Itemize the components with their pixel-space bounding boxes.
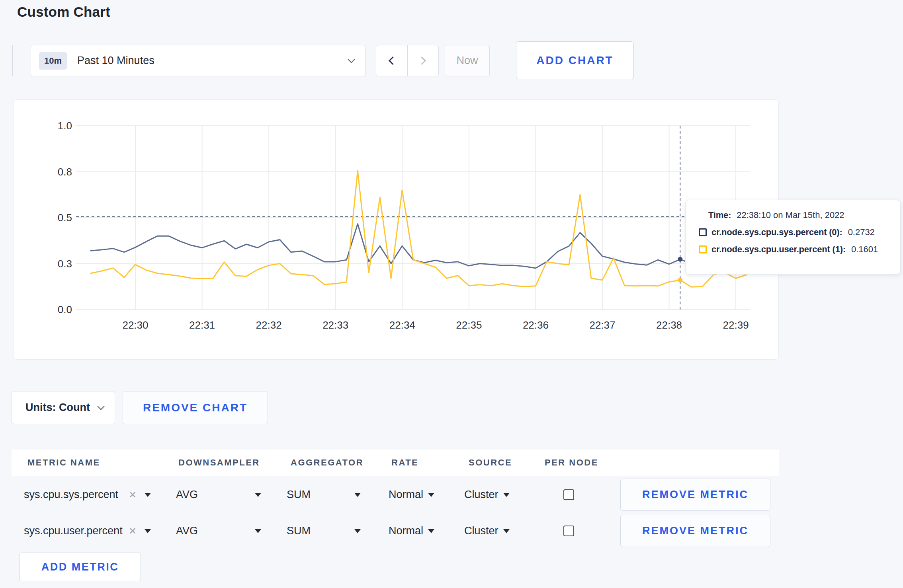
aggregator-value[interactable]: SUM bbox=[287, 479, 311, 511]
time-range-dropdown[interactable]: 10m Past 10 Minutes bbox=[31, 45, 366, 76]
col-header-downsampler: DOWNSAMPLER bbox=[178, 450, 260, 476]
chevron-down-icon bbox=[97, 403, 104, 410]
tooltip-time-value: 22:38:10 on Mar 15th, 2022 bbox=[737, 210, 844, 220]
aggregator-caret-icon[interactable] bbox=[354, 479, 361, 511]
time-range-badge: 10m bbox=[39, 52, 67, 70]
col-header-aggregator: AGGREGATOR bbox=[291, 450, 364, 476]
y-axis-tick-label: 0.8 bbox=[58, 166, 72, 178]
custom-chart-page: Custom Chart 10m Past 10 Minutes Now ADD… bbox=[0, 0, 903, 588]
downsampler-value[interactable]: AVG bbox=[176, 479, 198, 511]
aggregator-caret-icon[interactable] bbox=[354, 515, 361, 547]
metric-name-value[interactable]: sys.cpu.sys.percent bbox=[24, 479, 118, 511]
x-axis-tick-label: 22:39 bbox=[723, 319, 749, 331]
series-line-user-percent bbox=[91, 171, 747, 287]
tooltip-series-label: cr.node.sys.cpu.sys.percent (0): bbox=[711, 227, 842, 238]
downsampler-caret-icon[interactable] bbox=[255, 479, 261, 511]
metric-name-caret-icon[interactable] bbox=[145, 479, 151, 511]
tooltip-series-swatch bbox=[699, 228, 707, 236]
remove-metric-x-icon[interactable]: ✕ bbox=[129, 479, 137, 511]
tooltip-series-value: 0.2732 bbox=[848, 227, 875, 238]
aggregator-value[interactable]: SUM bbox=[287, 515, 311, 547]
x-axis-tick-label: 22:32 bbox=[256, 319, 282, 331]
remove-metric-button[interactable]: REMOVE METRIC bbox=[620, 515, 770, 547]
chart-card: 0.00.30.50.81.022:3022:3122:3222:3322:34… bbox=[13, 99, 779, 360]
remove-chart-button[interactable]: REMOVE CHART bbox=[123, 391, 268, 424]
metrics-table-header: METRIC NAME DOWNSAMPLER AGGREGATOR RATE … bbox=[12, 450, 779, 476]
source-select[interactable]: Cluster bbox=[464, 515, 510, 547]
per-node-checkbox[interactable] bbox=[563, 526, 574, 536]
units-dropdown[interactable]: Units: Count bbox=[12, 391, 115, 424]
tooltip-series-row: cr.node.sys.cpu.user.percent (1): 0.1601 bbox=[699, 244, 893, 255]
rate-value: Normal bbox=[389, 489, 423, 501]
tooltip-series-swatch bbox=[699, 245, 707, 253]
remove-metric-button[interactable]: REMOVE METRIC bbox=[620, 479, 770, 511]
col-header-per-node: PER NODE bbox=[545, 450, 598, 476]
metric-row: sys.cpu.user.percent ✕ AVG SUM Normal Cl… bbox=[12, 515, 779, 547]
page-title: Custom Chart bbox=[17, 4, 110, 20]
chart-tooltip: Time: 22:38:10 on Mar 15th, 2022 cr.node… bbox=[685, 200, 901, 275]
x-axis-tick-label: 22:37 bbox=[589, 319, 615, 331]
remove-metric-x-icon[interactable]: ✕ bbox=[129, 515, 137, 547]
hover-point-sys-percent bbox=[678, 257, 682, 262]
y-axis-tick-label: 0.3 bbox=[58, 258, 72, 270]
x-axis-tick-label: 22:36 bbox=[523, 319, 549, 331]
x-axis-tick-label: 22:38 bbox=[656, 319, 682, 331]
downsampler-value[interactable]: AVG bbox=[176, 515, 198, 547]
x-axis-tick-label: 22:33 bbox=[322, 319, 348, 331]
y-axis-tick-label: 0.0 bbox=[58, 304, 72, 315]
per-node-checkbox[interactable] bbox=[563, 489, 574, 500]
col-header-metric-name: METRIC NAME bbox=[27, 450, 100, 476]
add-metric-button[interactable]: ADD METRIC bbox=[19, 553, 141, 581]
chevron-down-icon bbox=[348, 56, 355, 63]
time-nav-group bbox=[376, 45, 439, 76]
units-label: Units: Count bbox=[25, 401, 90, 414]
y-axis-tick-label: 0.5 bbox=[58, 212, 72, 224]
rate-select[interactable]: Normal bbox=[389, 515, 434, 547]
x-axis-tick-label: 22:31 bbox=[189, 319, 215, 331]
chart-svg[interactable]: 0.00.30.50.81.022:3022:3122:3222:3322:34… bbox=[14, 100, 779, 360]
col-header-source: SOURCE bbox=[469, 450, 512, 476]
rate-select[interactable]: Normal bbox=[389, 479, 434, 511]
metric-name-value[interactable]: sys.cpu.user.percent bbox=[24, 515, 123, 547]
tooltip-time-row: Time: 22:38:10 on Mar 15th, 2022 bbox=[699, 210, 893, 220]
add-chart-button[interactable]: ADD CHART bbox=[516, 41, 634, 79]
tooltip-series-label: cr.node.sys.cpu.user.percent (1): bbox=[711, 244, 846, 255]
source-select[interactable]: Cluster bbox=[464, 479, 510, 511]
metric-name-caret-icon[interactable] bbox=[145, 515, 151, 547]
x-axis-tick-label: 22:35 bbox=[456, 319, 482, 331]
toolbar-divider bbox=[12, 45, 13, 76]
tooltip-time-label: Time: bbox=[708, 210, 731, 220]
time-back-button[interactable] bbox=[376, 45, 407, 76]
y-axis-tick-label: 1.0 bbox=[58, 120, 72, 132]
rate-value: Normal bbox=[389, 525, 423, 537]
chevron-right-icon bbox=[418, 56, 426, 65]
chevron-left-icon bbox=[389, 56, 397, 65]
x-axis-tick-label: 22:30 bbox=[122, 319, 148, 331]
source-value: Cluster bbox=[464, 489, 498, 501]
x-axis-tick-label: 22:34 bbox=[389, 319, 415, 331]
time-range-label: Past 10 Minutes bbox=[77, 55, 154, 67]
downsampler-caret-icon[interactable] bbox=[255, 515, 261, 547]
now-button[interactable]: Now bbox=[445, 45, 490, 76]
tooltip-series-row: cr.node.sys.cpu.sys.percent (0): 0.2732 bbox=[699, 227, 893, 238]
time-forward-button[interactable] bbox=[407, 45, 439, 76]
hover-point-user-percent bbox=[678, 278, 682, 282]
col-header-rate: RATE bbox=[391, 450, 418, 476]
source-value: Cluster bbox=[464, 525, 498, 537]
tooltip-series-value: 0.1601 bbox=[851, 244, 878, 255]
metric-row: sys.cpu.sys.percent ✕ AVG SUM Normal Clu… bbox=[12, 479, 779, 511]
